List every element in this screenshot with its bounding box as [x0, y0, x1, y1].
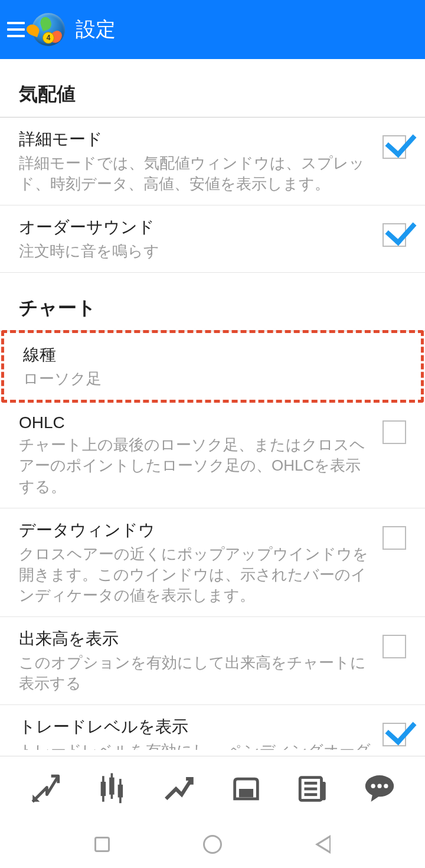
row-detail-mode[interactable]: 詳細モード 詳細モードでは、気配値ウィンドウは、スプレッド、時刻データ、高値、安… — [0, 118, 425, 205]
nav-recent-button[interactable] — [90, 833, 114, 856]
tab-trade-icon[interactable] — [162, 772, 196, 806]
svg-point-14 — [371, 784, 375, 788]
show-volume-checkbox[interactable] — [382, 635, 406, 658]
menu-icon[interactable] — [7, 22, 25, 37]
bottom-tab-bar — [0, 756, 425, 821]
row-order-sound[interactable]: オーダーサウンド 注文時に音を鳴らす — [0, 205, 425, 273]
row-show-volume[interactable]: 出来高を表示 このオプションを有効にして出来高をチャートに表示する — [0, 617, 425, 705]
detail-mode-sub: 詳細モードでは、気配値ウィンドウは、スプレッド、時刻データ、高値、安値を表示しま… — [19, 153, 373, 194]
section-quotes-title: 気配値 — [0, 59, 425, 118]
app-header: 4 設定 — [0, 0, 425, 59]
row-data-window[interactable]: データウィンドウ クロスヘアーの近くにポップアップウインドウを開きます。このウイ… — [0, 508, 425, 617]
section-chart-title: チャート — [0, 273, 425, 331]
system-nav-bar — [0, 821, 425, 868]
svg-point-16 — [384, 784, 388, 788]
line-type-title: 線種 — [23, 344, 402, 366]
order-sound-title: オーダーサウンド — [19, 216, 373, 239]
svg-rect-7 — [239, 789, 253, 798]
svg-rect-9 — [321, 781, 325, 800]
settings-content: 気配値 詳細モード 詳細モードでは、気配値ウィンドウは、スプレッド、時刻データ、… — [0, 59, 425, 750]
tab-chart-icon[interactable] — [95, 772, 129, 806]
nav-home-button[interactable] — [201, 833, 224, 856]
row-trade-levels[interactable]: トレードレベルを表示 トレードレベルを有効にし、 ペンディングオーダーや、 SL… — [0, 705, 425, 750]
tab-quotes-icon[interactable] — [28, 772, 63, 806]
line-type-sub: ローソク足 — [23, 368, 402, 389]
tab-history-icon[interactable] — [229, 772, 263, 806]
data-window-sub: クロスヘアーの近くにポップアップウインドウを開きます。このウインドウは、示された… — [19, 544, 373, 606]
trade-levels-checkbox[interactable] — [382, 723, 406, 746]
nav-back-button[interactable] — [311, 833, 335, 856]
show-volume-title: 出来高を表示 — [19, 628, 373, 650]
app-badge: 4 — [42, 32, 54, 44]
ohlc-checkbox[interactable] — [382, 420, 406, 444]
ohlc-title: OHLC — [19, 413, 373, 432]
detail-mode-title: 詳細モード — [19, 128, 373, 151]
trade-levels-title: トレードレベルを表示 — [19, 716, 373, 738]
highlight-annotation: 線種 ローソク足 — [1, 330, 424, 403]
page-title: 設定 — [76, 16, 116, 43]
ohlc-sub: チャート上の最後のローソク足、またはクロスヘアーのポイントしたローソク足の、OH… — [19, 435, 373, 497]
show-volume-sub: このオプションを有効にして出来高をチャートに表示する — [19, 652, 373, 694]
trade-levels-sub: トレードレベルを有効にし、 ペンディングオーダーや、 SL, TP の値をチャー… — [19, 740, 373, 750]
row-ohlc[interactable]: OHLC チャート上の最後のローソク足、またはクロスヘアーのポイントしたローソク… — [0, 403, 425, 508]
order-sound-sub: 注文時に音を鳴らす — [19, 241, 373, 262]
data-window-checkbox[interactable] — [382, 526, 406, 550]
app-logo-icon: 4 — [32, 13, 65, 46]
data-window-title: データウィンドウ — [19, 519, 373, 541]
svg-point-15 — [378, 784, 382, 788]
order-sound-checkbox[interactable] — [382, 223, 406, 247]
row-line-type[interactable]: 線種 ローソク足 — [4, 333, 421, 400]
tab-news-icon[interactable] — [296, 772, 330, 806]
detail-mode-checkbox[interactable] — [382, 135, 406, 159]
tab-messages-icon[interactable] — [362, 772, 397, 806]
